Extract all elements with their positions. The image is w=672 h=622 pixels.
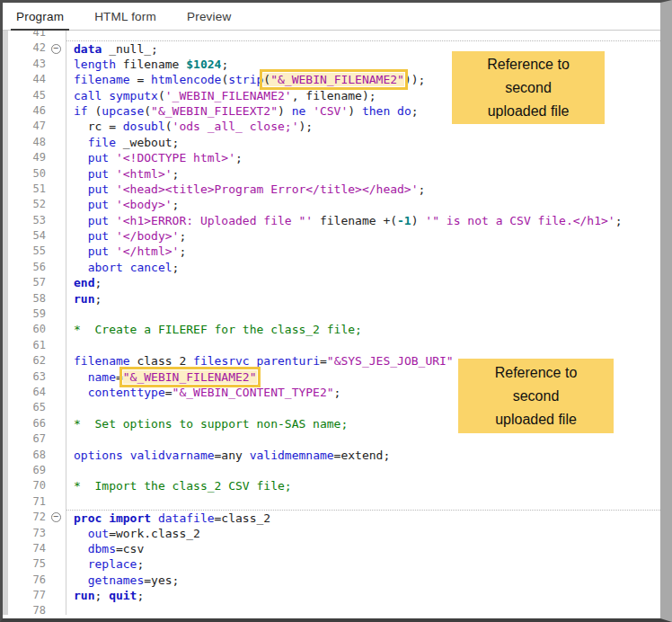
code-token: = xyxy=(320,354,327,368)
code-line[interactable]: put '<html>'; xyxy=(66,166,660,182)
code-token xyxy=(74,370,88,384)
code-token: '</html>' xyxy=(116,244,179,258)
code-line[interactable] xyxy=(66,307,660,322)
code-token: ; xyxy=(411,104,419,118)
code-line[interactable]: dbms=csv xyxy=(66,541,660,556)
code-line[interactable] xyxy=(66,431,660,447)
line-number: 41 xyxy=(8,31,46,40)
line-gutter: 43 xyxy=(8,57,66,72)
code-line[interactable]: file _webout; xyxy=(66,135,660,150)
line-gutter: 46 xyxy=(8,103,66,119)
code-line[interactable]: options validvarname=any validmemname=ex… xyxy=(66,448,660,463)
code-line[interactable] xyxy=(66,603,660,615)
code-token: ) xyxy=(411,214,426,227)
collapse-section-icon[interactable]: − xyxy=(51,512,61,522)
fold-slot: − xyxy=(46,512,66,522)
code-token: _webout; xyxy=(116,136,179,149)
line-number: 52 xyxy=(8,197,46,212)
line-number: 51 xyxy=(8,182,46,197)
code-line[interactable]: run; quit; xyxy=(66,588,660,603)
code-editor-window: Program HTML form Preview 4142−data _nul… xyxy=(0,0,672,622)
line-gutter: 47 xyxy=(8,119,66,134)
line-gutter: 62 xyxy=(8,353,66,369)
code-line[interactable]: put '<!DOCTYPE html>'; xyxy=(66,150,660,165)
code-line[interactable] xyxy=(66,463,660,478)
code-line[interactable]: end; xyxy=(66,275,660,290)
code-line[interactable]: put '<h1>ERROR: Uploaded file "' filenam… xyxy=(66,213,660,228)
tab-html-form[interactable]: HTML form xyxy=(93,4,158,30)
code-token: ; xyxy=(419,182,426,196)
line-number: 68 xyxy=(8,448,46,463)
code-line[interactable]: put '<head><title>Program Error</title><… xyxy=(66,182,660,197)
tab-preview[interactable]: Preview xyxy=(185,4,233,30)
code-line-row: 61 xyxy=(8,338,660,353)
code-line-row: 60* Create a FILEREF for the class_2 fil… xyxy=(8,322,660,337)
line-gutter: 71 xyxy=(8,494,66,510)
code-token: strip xyxy=(228,73,263,86)
code-token: replace xyxy=(88,557,137,571)
tab-program[interactable]: Program xyxy=(14,4,66,30)
line-number: 60 xyxy=(8,322,46,337)
code-token: filesrvc xyxy=(193,354,250,368)
line-number: 46 xyxy=(8,103,46,119)
code-line[interactable]: replace; xyxy=(66,556,660,572)
code-token: '</body>' xyxy=(116,229,179,243)
code-line-row: 51 put '<head><title>Program Error</titl… xyxy=(8,182,660,197)
line-number: 63 xyxy=(8,369,46,385)
code-token xyxy=(74,542,88,555)
code-line[interactable]: * Create a FILEREF for the class_2 file; xyxy=(66,322,660,337)
code-line[interactable]: out=work.class_2 xyxy=(66,526,660,541)
code-line-row: 76 getnames=yes; xyxy=(8,573,660,588)
code-line-row: 71 xyxy=(8,494,660,510)
code-token xyxy=(74,167,88,181)
code-line[interactable]: put '</body>'; xyxy=(66,228,660,244)
code-line[interactable]: proc import datafile=class_2 xyxy=(66,510,660,525)
code-token: =work.class_2 xyxy=(109,527,200,540)
code-token: '" is not a CSV file.</h1>' xyxy=(425,214,615,227)
line-number: 74 xyxy=(8,541,46,556)
code-token: '<body>' xyxy=(116,198,172,211)
code-token xyxy=(109,214,116,227)
code-token: ( xyxy=(158,89,165,102)
code-line-row: 53 put '<h1>ERROR: Uploaded file "' file… xyxy=(8,213,660,228)
line-number: 53 xyxy=(8,213,46,228)
code-line[interactable]: abort cancel; xyxy=(66,260,660,275)
code-line[interactable]: run; xyxy=(66,291,660,307)
code-line[interactable]: getnames=yes; xyxy=(66,573,660,588)
code-token: ); xyxy=(298,120,313,133)
code-line-row: 48 file _webout; xyxy=(8,135,660,150)
code-line-row: 67 xyxy=(8,431,660,447)
code-line[interactable] xyxy=(66,31,660,40)
code-token xyxy=(109,198,116,211)
collapse-section-icon[interactable]: − xyxy=(51,44,61,54)
code-line-row: 58run; xyxy=(8,291,660,307)
line-number: 78 xyxy=(8,603,46,615)
line-gutter: 45 xyxy=(8,88,66,103)
code-token: ; xyxy=(137,557,144,571)
line-number: 65 xyxy=(8,400,46,415)
line-gutter: 56 xyxy=(8,260,66,275)
code-line-row: 52 put '<body>'; xyxy=(8,197,660,212)
line-number: 55 xyxy=(8,244,46,259)
code-line[interactable]: put '</html>'; xyxy=(66,244,660,259)
line-number: 45 xyxy=(8,88,46,103)
code-line-row: 78 xyxy=(8,603,660,615)
code-line[interactable] xyxy=(66,494,660,510)
line-number: 73 xyxy=(8,526,46,541)
code-token: ( xyxy=(88,104,102,118)
code-token: getnames xyxy=(88,573,145,587)
code-token: run xyxy=(74,292,94,306)
line-gutter: 61 xyxy=(8,338,66,353)
code-token: do xyxy=(397,104,411,118)
code-line[interactable]: * Import the class_2 CSV file; xyxy=(66,478,660,493)
code-token: name xyxy=(88,370,116,384)
line-number: 71 xyxy=(8,494,46,510)
line-number: 57 xyxy=(8,275,46,290)
line-number: 42 xyxy=(8,40,46,56)
code-token: =extend; xyxy=(334,449,391,462)
code-line[interactable] xyxy=(66,338,660,353)
line-gutter: 76 xyxy=(8,573,66,588)
code-token: filename xyxy=(116,58,186,71)
code-token: '<head><title>Program Error</title></hea… xyxy=(116,182,419,196)
code-line[interactable]: put '<body>'; xyxy=(66,197,660,212)
